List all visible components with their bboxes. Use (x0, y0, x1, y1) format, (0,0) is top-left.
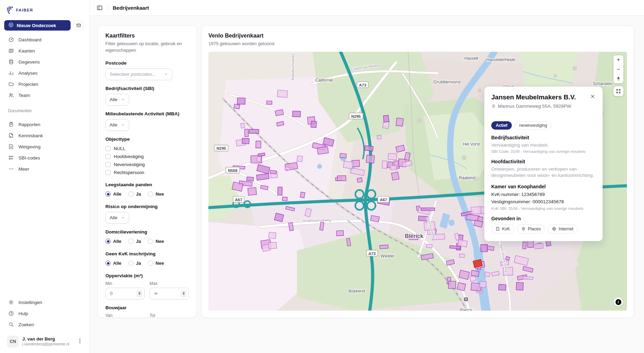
plus-circle-icon (8, 22, 14, 28)
building-icon (495, 227, 500, 231)
sbi-label: Bedrijfsactiviteit (SBI) (105, 86, 189, 91)
geen-kvk-radio-ja[interactable]: Ja (128, 261, 141, 266)
ondermijning-select[interactable]: Alle (105, 212, 129, 224)
database-icon (8, 59, 14, 65)
radio-icon (148, 191, 153, 197)
sidebar-item-zoeken[interactable]: Zoeken (4, 319, 85, 330)
compass-button[interactable] (613, 74, 623, 83)
leegstand-radio-ja[interactable]: Ja (128, 191, 141, 197)
checkbox-icon (105, 146, 111, 151)
road-shield: A73 (357, 82, 368, 88)
checkbox-label: NULL (114, 146, 125, 151)
svg-text:A67: A67 (380, 197, 387, 202)
building-popup: Jansen Meubelmakers B.V. Marinus Dammewe… (484, 87, 603, 241)
oppervlakte-min-input[interactable]: 0 (105, 288, 145, 299)
sidebar-item-instellingen[interactable]: Instellingen (4, 297, 85, 308)
map-town-label: Schandelo (593, 81, 613, 86)
geen-kvk-radio-group: AlleJaNee (105, 259, 189, 268)
geen-kvk-radio-nee[interactable]: Nee (148, 261, 164, 266)
sbi-select[interactable]: Alle (105, 94, 129, 106)
document-ai-icon (8, 133, 14, 138)
selected-building[interactable] (473, 260, 482, 268)
gear-icon (8, 299, 14, 305)
objecttype-checkbox-hoofdvestiging[interactable]: Hoofdvestiging (105, 153, 189, 161)
nieuw-onderzoek-button[interactable]: Nieuw Onderzoek (4, 20, 71, 31)
faiber-logo-icon (6, 6, 13, 14)
sidebar-item-label: Dashboard (18, 37, 41, 42)
leegstand-radio-alle[interactable]: Alle (105, 191, 121, 197)
sidebar-item-label: Hulp (18, 311, 28, 316)
sidebar-item-label: Meer (18, 166, 29, 172)
zoom-in-button[interactable]: + (613, 55, 623, 65)
chevron-down-icon (121, 98, 125, 101)
app-root: FAIBER Nieuw Onderzoek DashboardKaartenG… (0, 0, 644, 353)
sidebar-item-projecten[interactable]: Projecten (4, 79, 85, 90)
user-email: j.vandenberg@gemeente.nl (22, 342, 74, 347)
found-in-chip-places[interactable]: Places (517, 224, 545, 233)
found-in-chip-kvk[interactable]: KvK (491, 224, 514, 233)
found-in-chip-internet[interactable]: Internet (548, 224, 577, 233)
objecttype-checkbox-null[interactable]: NULL (105, 145, 189, 153)
map-subtitle: 1975 gebouwen worden getoond (208, 41, 627, 47)
sidebar-item-analyses[interactable]: Analyses (4, 67, 85, 79)
chip-label: KvK (502, 227, 510, 231)
envelope-icon (76, 23, 81, 28)
sidebar-item-kennisbank[interactable]: Kennisbank (4, 130, 85, 141)
svg-text:N295: N295 (351, 114, 361, 118)
zoom-out-button[interactable]: − (613, 65, 623, 74)
close-icon[interactable] (590, 93, 596, 100)
radio-label: Alle (113, 239, 121, 244)
user-menu[interactable]: CN J. van der Berg j.vandenberg@gemeente… (4, 334, 85, 350)
domicilie-radio-alle[interactable]: Alle (105, 239, 121, 244)
status-badge: Actief (491, 121, 512, 130)
objecttype-checkbox-rechtspersoon[interactable]: Rechtspersoon (105, 169, 189, 176)
mba-select[interactable]: Alle (105, 119, 129, 131)
sidebar-item-label: Instellingen (18, 300, 42, 305)
geen-kvk-radio-alle[interactable]: Alle (105, 261, 121, 266)
bar-chart-icon (8, 70, 14, 76)
attribution-info-button[interactable]: i (614, 297, 623, 306)
oppervlakte-max-input[interactable]: ∞ (150, 288, 189, 299)
sidebar-item-gegevens[interactable]: Gegevens (4, 56, 85, 67)
map-panel: Venlo Bedrijvenkaart 1975 gebouwen worde… (201, 25, 634, 318)
list-details-icon (8, 155, 14, 161)
road-shield: A67 (233, 196, 244, 202)
sidebar-toggle-icon[interactable] (97, 5, 103, 11)
map-town-label: Boekend (349, 289, 365, 294)
road-shield: A67 (378, 196, 389, 202)
sidebar-item-label: Team (18, 93, 30, 98)
map-town-label: Hasselt (464, 56, 479, 60)
sidebar-item-rapporten[interactable]: Rapporten (4, 119, 85, 130)
postcode-select[interactable]: Selecteer postcodes... (105, 68, 172, 80)
kebab-menu-icon[interactable] (77, 338, 83, 345)
map-canvas[interactable]: CalifornischewegSevenumsewegEindhovensew… (208, 52, 627, 311)
sidebar-item-dashboard[interactable]: Dashboard (4, 34, 85, 45)
sidebar-item-label: Analyses (18, 71, 38, 76)
sidebar-item-wetgeving[interactable]: Wetgeving (4, 141, 85, 152)
stepper-icon[interactable] (136, 290, 142, 297)
checkbox-label: Rechtspersoon (114, 170, 144, 175)
map-icon (8, 48, 14, 54)
sidebar-item-hulp[interactable]: Hulp (4, 308, 85, 319)
domicilie-radio-nee[interactable]: Nee (148, 239, 164, 244)
domicilie-radio-ja[interactable]: Ja (128, 239, 141, 244)
map-town-label: Raaleind (459, 175, 475, 180)
sidebar-item-label: Kennisbank (18, 133, 43, 138)
popup-title: Jansen Meubelmakers B.V. (491, 93, 576, 101)
sidebar-item-meer[interactable]: Meer (4, 163, 85, 174)
sidebar-item-team[interactable]: Team (4, 90, 85, 101)
users-icon (8, 92, 14, 98)
sidebar-item-sbi-codes[interactable]: SBI-codes (4, 152, 85, 163)
map-controls: + − (613, 55, 623, 96)
radio-icon (128, 191, 134, 197)
mail-button[interactable] (73, 20, 84, 31)
fullscreen-button[interactable] (613, 86, 623, 96)
type-badge: nevenvestiging (515, 121, 551, 130)
stepper-icon[interactable] (181, 290, 186, 297)
leegstand-radio-nee[interactable]: Nee (148, 191, 164, 197)
sidebar-item-kaarten[interactable]: Kaarten (4, 45, 85, 56)
popup-section-main-activity: Hoofdactiviteit Ontwerpen, produceren en… (491, 159, 596, 179)
objecttype-label: Objecttype (105, 137, 189, 142)
help-icon (8, 311, 14, 316)
objecttype-checkbox-nevenvestiging[interactable]: Nevenvestiging (105, 161, 189, 169)
